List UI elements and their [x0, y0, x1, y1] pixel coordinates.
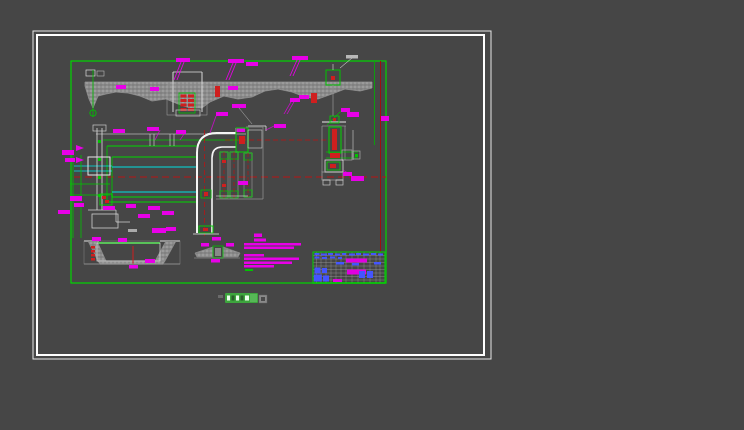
title-block — [313, 252, 385, 283]
outlet-flange — [232, 95, 309, 152]
notes-block — [244, 234, 301, 272]
terrain-profile-section — [85, 55, 372, 117]
cad-sheet-svg — [0, 0, 744, 430]
section-view-detail — [194, 237, 240, 263]
selected-caption-badge[interactable] — [218, 293, 267, 303]
elbow-pipe — [193, 112, 330, 236]
cad-viewport — [0, 0, 744, 430]
gate-hoist-unit — [322, 108, 389, 185]
section-view-channel — [84, 229, 180, 269]
